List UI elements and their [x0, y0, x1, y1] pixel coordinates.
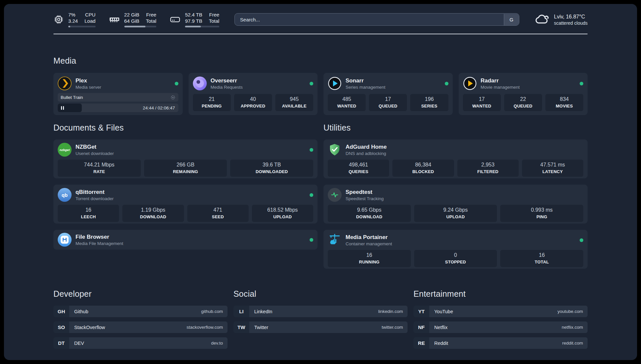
memory-total-value: 64 GiB — [124, 18, 139, 24]
cpu-stat: 7% 3.24 CPU Load — [53, 12, 96, 27]
stat-tile: 17 QUEUED — [369, 94, 407, 111]
stat-value: 945 — [277, 95, 311, 103]
stat-tile: 2,953 FILTERED — [457, 160, 519, 177]
app-name: qBittorrent — [76, 189, 114, 196]
top-bar: 7% 3.24 CPU Load — [53, 9, 588, 30]
stat-value: 21 — [195, 95, 229, 103]
speedtest-card[interactable]: Speedtest Speedtest Tracking 9.65 Gbps D… — [323, 185, 588, 224]
status-dot — [310, 148, 313, 152]
pause-icon — [61, 106, 62, 110]
stat-value: 17 — [465, 95, 499, 103]
stat-value: 498,461 — [330, 161, 387, 169]
link-name: Netflix — [434, 325, 447, 330]
stat-label: UPLOAD — [254, 214, 311, 220]
header-divider — [53, 34, 588, 34]
sonarr-card[interactable]: Sonarr Series management 485 WANTED 17 Q… — [323, 73, 453, 115]
stat-tile: 618.52 Mbps UPLOAD — [252, 205, 313, 222]
status-dot — [310, 193, 313, 197]
storage-free-label: Free — [209, 12, 219, 18]
section-title-utilities: Utilities — [323, 123, 588, 133]
storage-progress-bar — [185, 26, 219, 27]
link-stackoverflow[interactable]: SO StackOverflow stackoverflow.com — [53, 321, 228, 333]
status-dot — [310, 82, 313, 85]
search-provider-button[interactable]: G — [504, 14, 519, 25]
cpu-progress-bar — [68, 26, 96, 27]
stat-value: 618.52 Mbps — [254, 206, 311, 214]
link-reddit[interactable]: RE Reddit reddit.com — [413, 337, 588, 349]
stat-label: SEED — [189, 214, 247, 220]
link-url: linkedin.com — [378, 309, 403, 314]
storage-stat: 52.4 TB 97.9 TB Free Total — [169, 12, 219, 27]
cpu-icon — [53, 14, 64, 25]
filebrowser-card[interactable]: File Browser Media File Management — [53, 230, 318, 250]
stat-tile: 834 MOVIES — [545, 94, 583, 111]
stat-tile: 9.24 Gbps UPLOAD — [414, 205, 497, 222]
stat-value: 40 — [236, 95, 270, 103]
status-dot — [175, 82, 178, 85]
app-name: Sonarr — [346, 77, 385, 84]
stat-value: 2,953 — [459, 161, 517, 169]
link-dev[interactable]: DT DEV dev.to — [53, 337, 228, 349]
stat-value: 86,384 — [394, 161, 452, 169]
portainer-card[interactable]: Media Portainer Container management 16 … — [323, 230, 588, 269]
search-input[interactable] — [234, 13, 519, 26]
nzbget-card[interactable]: nzbget NZBGet Usenet downloader 744.21 M… — [53, 139, 318, 178]
weather-widget[interactable]: Lviv, 16.87°C scattered clouds — [534, 11, 588, 28]
app-name: File Browser — [76, 233, 123, 241]
stat-label: QUEUED — [506, 103, 540, 109]
section-title-documents: Documents & Files — [53, 123, 318, 133]
stat-value: 196 — [412, 95, 446, 103]
memory-free-value: 22 GiB — [124, 12, 139, 18]
overseerr-icon — [193, 76, 207, 90]
app-description: Movie management — [481, 84, 520, 90]
stat-label: AVAILABLE — [277, 103, 311, 109]
link-name: Twitter — [254, 325, 268, 330]
app-description: Torrent downloader — [76, 196, 114, 201]
stat-label: MOVIES — [547, 103, 581, 109]
plex-card[interactable]: Plex Media server Bullet Train — [53, 73, 183, 115]
qbittorrent-card[interactable]: qb qBittorrent Torrent downloader 16 LEE… — [53, 185, 318, 224]
link-twitter[interactable]: TW Twitter twitter.com — [233, 321, 408, 333]
stat-tile: 266 GB REMAINING — [144, 160, 227, 177]
stat-value: 471 — [189, 206, 247, 214]
link-name: LinkedIn — [254, 309, 272, 314]
link-linkedin[interactable]: LI LinkedIn linkedin.com — [233, 306, 408, 317]
app-description: Speedtest Tracking — [346, 196, 384, 201]
link-abbr: RE — [413, 337, 429, 349]
now-playing-row: Bullet Train — [58, 93, 178, 102]
playback-time: 24:44 / 02:06:47 — [143, 106, 178, 110]
stat-label: QUERIES — [330, 169, 387, 175]
playback-progress-bar[interactable]: 24:44 / 02:06:47 — [58, 104, 178, 112]
stat-value: 16 — [60, 206, 117, 214]
stat-label: WANTED — [330, 103, 364, 109]
radarr-card[interactable]: Radarr Movie management 17 WANTED 22 QUE… — [459, 73, 588, 115]
stat-tile: 945 AVAILABLE — [275, 94, 313, 111]
app-name: Radarr — [481, 77, 520, 84]
stat-tile: 0.993 ms PING — [500, 205, 583, 222]
search-bar: G — [234, 13, 519, 26]
link-name: Reddit — [434, 341, 448, 346]
cpu-load-value: 3.24 — [68, 18, 78, 24]
stat-label: LEECH — [60, 214, 117, 220]
stat-label: TOTAL — [502, 259, 581, 265]
adguard-icon — [328, 143, 342, 157]
section-title-media: Media — [53, 56, 588, 66]
stat-tile: 744.21 Mbps RATE — [58, 160, 141, 177]
overseerr-card[interactable]: Overseerr Media Requests 21 PENDING 40 A… — [189, 73, 318, 115]
stat-label: UPLOAD — [416, 214, 495, 220]
link-abbr: YT — [413, 306, 429, 317]
adguard-card[interactable]: AdGuard Home DNS and adblocking 498,461 … — [323, 139, 588, 178]
link-abbr: DT — [53, 337, 69, 349]
stat-tile: 471 SEED — [187, 205, 249, 222]
link-netflix[interactable]: NF Netflix netflix.com — [413, 321, 588, 333]
stat-value: 1.19 Gbps — [124, 206, 182, 214]
stat-label: DOWNLOADED — [232, 169, 311, 175]
link-youtube[interactable]: YT YouTube youtube.com — [413, 306, 588, 317]
playback-elapsed — [58, 104, 82, 112]
app-description: DNS and adblocking — [346, 151, 387, 156]
player-session-icon[interactable] — [170, 95, 175, 100]
link-url: dev.to — [211, 341, 223, 346]
portainer-icon — [328, 233, 342, 247]
link-abbr: TW — [233, 321, 249, 333]
link-github[interactable]: GH Github github.com — [53, 306, 228, 317]
